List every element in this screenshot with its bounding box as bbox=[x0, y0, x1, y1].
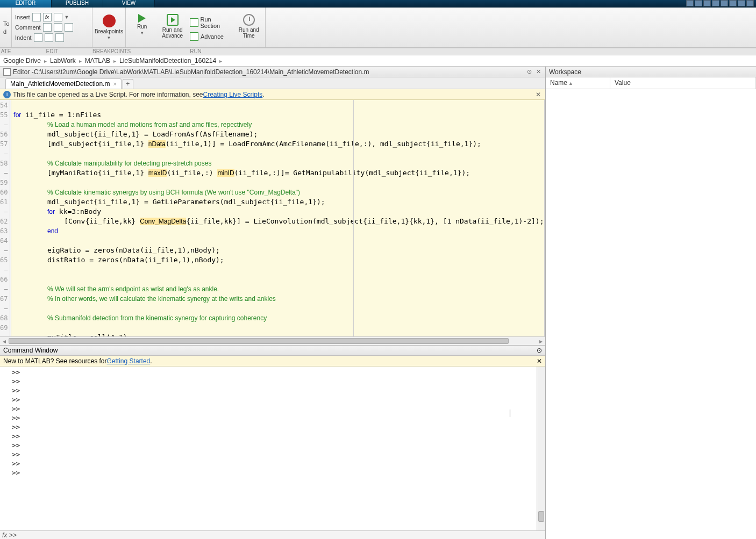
fx-icon[interactable]: fx >> bbox=[2, 531, 17, 539]
line-number-gutter[interactable]: 54 55 – 56 57 – 58 – 59 60 61 – 62 63 64… bbox=[0, 100, 10, 336]
editor-actions-icon[interactable]: ⊙ bbox=[525, 68, 533, 76]
livescript-infobar: i This file can be opened as a Live Scri… bbox=[0, 89, 545, 100]
toolstrip: To d Insert fx ▼ Comment Indent Breakpoi… bbox=[0, 8, 756, 48]
qa-icon-3[interactable] bbox=[703, 0, 711, 6]
info-icon: i bbox=[3, 91, 11, 98]
comment-label: Comment bbox=[15, 24, 41, 31]
command-window-title: Command Window ⊙ bbox=[0, 345, 545, 356]
run-and-advance-button[interactable]: Run and Advance bbox=[159, 14, 185, 39]
run-and-time-button[interactable]: Run and Time bbox=[236, 14, 262, 39]
find-label[interactable]: d bbox=[3, 28, 8, 35]
insert-label: Insert bbox=[15, 14, 30, 20]
crumb-2[interactable]: MATLAB bbox=[85, 57, 110, 64]
qa-icon-2[interactable] bbox=[695, 0, 702, 6]
file-tab-label: Main_AthleticMovemetDetection.m bbox=[10, 80, 110, 88]
editor-body[interactable]: 54 55 – 56 57 – 58 – 59 60 61 – 62 63 64… bbox=[0, 100, 545, 336]
livescript-msg: This file can be opened as a Live Script… bbox=[13, 91, 203, 98]
workspace-title: Workspace bbox=[546, 67, 756, 77]
crumb-1[interactable]: LabWork bbox=[50, 57, 76, 64]
cmdwin-info-close-icon[interactable]: ✕ bbox=[537, 357, 542, 365]
qa-icon-1[interactable] bbox=[686, 0, 694, 6]
workspace-body[interactable] bbox=[546, 89, 756, 539]
advance-button[interactable]: Advance bbox=[190, 32, 232, 41]
hscroll-thumb[interactable] bbox=[9, 338, 509, 344]
wrap-comment-icon[interactable] bbox=[65, 23, 73, 32]
comment-pct-icon[interactable] bbox=[43, 23, 52, 32]
cmdwin-vscroll-thumb[interactable] bbox=[538, 511, 544, 522]
text-cursor bbox=[510, 409, 510, 417]
toolstrip-tabs: EDITOR PUBLISH VIEW bbox=[0, 0, 756, 8]
qa-icon-4[interactable] bbox=[712, 0, 719, 6]
cmdwin-infobar: New to MATLAB? See resources for Getting… bbox=[0, 356, 545, 366]
right-margin-line bbox=[353, 100, 354, 336]
tab-publish[interactable]: PUBLISH bbox=[52, 0, 103, 8]
livescript-link[interactable]: Creating Live Scripts bbox=[203, 91, 263, 98]
workspace-col-name[interactable]: Name▲ bbox=[546, 77, 610, 89]
new-file-tab-button[interactable]: + bbox=[123, 79, 133, 89]
qa-icon-8[interactable] bbox=[746, 0, 754, 6]
crumb-3[interactable]: LieSubManifoldDetection_160214 bbox=[119, 57, 216, 64]
qa-icon-5[interactable] bbox=[721, 0, 728, 6]
command-window-body[interactable]: >> >> >> >> >> >> >> >> >> >> >> >> bbox=[0, 366, 545, 530]
file-icon bbox=[3, 68, 11, 76]
cmdwin-vscrollbar[interactable] bbox=[537, 366, 545, 530]
run-button[interactable]: Run ▼ bbox=[129, 14, 155, 35]
workspace-col-value[interactable]: Value bbox=[610, 77, 756, 89]
run-advance-icon bbox=[167, 14, 179, 26]
tab-editor[interactable]: EDITOR bbox=[0, 0, 52, 8]
insert-comment-icon[interactable] bbox=[54, 13, 62, 21]
toolstrip-section-labels: ATE EDIT BREAKPOINTS RUN bbox=[0, 48, 756, 55]
hscroll-left-icon[interactable]: ◂ bbox=[0, 337, 9, 345]
breakpoints-button[interactable]: Breakpoints ▼ bbox=[96, 15, 123, 40]
editor-file-path: C:\Users\t2um\Google Drive\LabWork\MATLA… bbox=[34, 68, 369, 76]
infobar-close-icon[interactable]: ✕ bbox=[534, 91, 542, 98]
crumb-0[interactable]: Google Drive bbox=[3, 57, 41, 64]
getting-started-link[interactable]: Getting Started bbox=[107, 357, 151, 365]
command-fx-bar[interactable]: fx >> bbox=[0, 530, 545, 539]
clock-icon bbox=[243, 14, 255, 26]
uncomment-icon[interactable] bbox=[54, 23, 62, 32]
editor-title-prefix: Editor - bbox=[13, 68, 34, 76]
code-area[interactable]: for ii_file = 1:nFiles % Load a human mo… bbox=[11, 100, 544, 336]
titlebar-quick-icons bbox=[686, 0, 756, 8]
advance-icon bbox=[190, 32, 198, 41]
file-tab[interactable]: Main_AthleticMovemetDetection.m × bbox=[5, 78, 122, 89]
indent-right-icon[interactable] bbox=[34, 33, 42, 42]
indent-label: Indent bbox=[15, 34, 32, 41]
file-tab-close-icon[interactable]: × bbox=[113, 81, 116, 87]
insert-fx-icon[interactable]: fx bbox=[43, 13, 52, 21]
current-folder-breadcrumb[interactable]: Google Drive▸ LabWork▸ MATLAB▸ LieSubMan… bbox=[0, 55, 756, 67]
goto-label[interactable]: To bbox=[3, 20, 8, 27]
editor-close-icon[interactable]: ✕ bbox=[534, 68, 542, 76]
command-window-text[interactable]: >> >> >> >> >> >> >> >> >> >> >> >> bbox=[0, 366, 537, 530]
workspace-panel: Workspace Name▲ Value bbox=[546, 67, 756, 539]
workspace-header[interactable]: Name▲ Value bbox=[546, 77, 756, 89]
editor-panel-title: Editor - C:\Users\t2um\Google Drive\LabW… bbox=[0, 67, 545, 77]
run-section-button[interactable]: Run Section bbox=[190, 16, 232, 29]
indent-left-icon[interactable] bbox=[45, 33, 53, 42]
insert-section-icon[interactable] bbox=[32, 13, 41, 21]
run-section-icon bbox=[190, 18, 198, 27]
sort-icon: ▲ bbox=[568, 81, 573, 86]
qa-icon-6[interactable] bbox=[729, 0, 737, 6]
insert-dropdown-icon[interactable]: ▼ bbox=[65, 15, 69, 20]
qa-icon-7[interactable] bbox=[738, 0, 745, 6]
editor-hscrollbar[interactable]: ◂ ▸ bbox=[0, 336, 545, 345]
hscroll-right-icon[interactable]: ▸ bbox=[537, 337, 545, 345]
cmdwin-actions-icon[interactable]: ⊙ bbox=[537, 347, 542, 354]
run-icon bbox=[138, 14, 146, 23]
file-tabs: Main_AthleticMovemetDetection.m × + bbox=[0, 77, 545, 89]
tab-view[interactable]: VIEW bbox=[103, 0, 155, 8]
editor-vscrollbar[interactable] bbox=[544, 100, 546, 336]
smart-indent-icon[interactable] bbox=[55, 33, 64, 42]
